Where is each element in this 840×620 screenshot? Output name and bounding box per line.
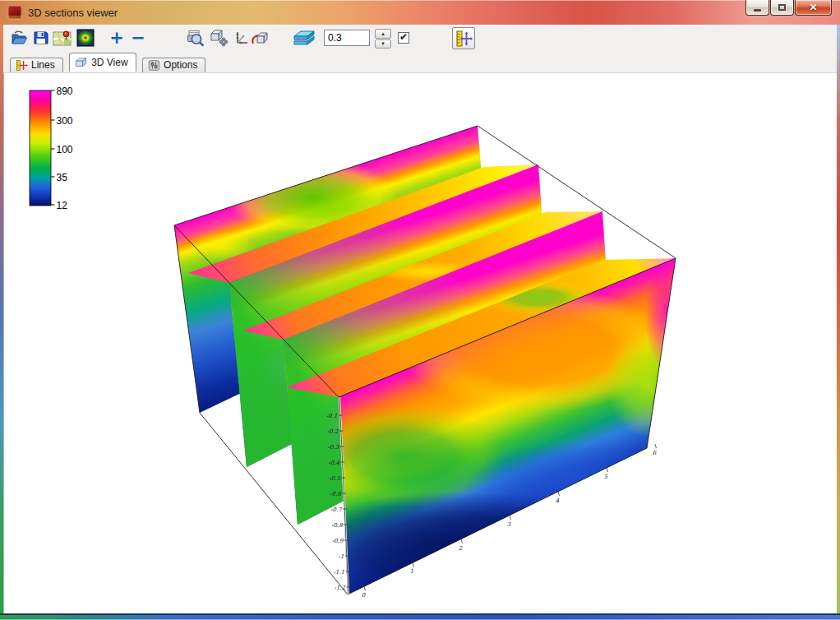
export-image-button[interactable]: [186, 28, 205, 48]
ruler-move-icon: [16, 59, 28, 72]
contour-map-button[interactable]: [76, 28, 95, 48]
distance-tick: [607, 468, 608, 472]
distance-tick: [510, 516, 511, 520]
depth-tick-label: -0.2: [327, 428, 339, 435]
distance-tick-label: 6: [653, 450, 657, 456]
window-title: 3D sections viewer: [28, 7, 118, 19]
spinner-down-icon: ▼: [381, 41, 385, 46]
slice-spinner: ▲ ▼: [375, 29, 391, 49]
close-icon: ✕: [809, 2, 817, 12]
tab-options[interactable]: Options: [142, 58, 205, 72]
maximize-button[interactable]: [770, 0, 794, 16]
scale-button[interactable]: [452, 27, 475, 49]
map-pin-icon: [53, 29, 72, 47]
depth-tick-label: -0.6: [330, 491, 341, 497]
tab-lines[interactable]: Lines: [10, 58, 63, 72]
minimize-button[interactable]: [745, 0, 769, 16]
print-preview-icon: [187, 29, 205, 47]
cube-gear-icon: [210, 29, 228, 47]
app-icon: [7, 5, 22, 20]
distance-tick-label: 3: [507, 521, 511, 528]
spinner-up-button[interactable]: ▲: [375, 29, 391, 39]
titlebar[interactable]: 3D sections viewer ✕: [0, 0, 840, 25]
fence-sections: [174, 126, 690, 607]
toolbar: + −: [3, 25, 837, 51]
contour-map-icon: [76, 29, 95, 47]
layers-icon: [293, 30, 316, 47]
tab-options-label: Options: [164, 59, 197, 71]
save-icon: [33, 30, 49, 46]
zoom-in-button[interactable]: +: [107, 28, 127, 48]
distance-tick-label: 2: [459, 545, 463, 552]
colorbar-tick-label: 35: [57, 172, 68, 183]
distance-tick-label: 5: [604, 474, 608, 480]
colorbar-tick-label: 100: [57, 144, 73, 155]
maximize-icon: [778, 4, 786, 11]
depth-tick-label: -1.2: [335, 585, 346, 591]
depth-tick-label: -0.1: [326, 413, 338, 419]
tab-lines-label: Lines: [31, 59, 55, 71]
colorbar-tick-label: 890: [57, 86, 73, 97]
color-scale: [30, 90, 51, 206]
depth-tick-label: -1: [339, 553, 344, 560]
close-button[interactable]: ✕: [795, 0, 832, 16]
cube-icon: [75, 57, 88, 69]
depth-tick-label: -1.1: [334, 569, 345, 576]
minimize-icon: [754, 9, 761, 12]
map-button[interactable]: [53, 28, 72, 48]
distance-tick: [364, 586, 366, 590]
save-button[interactable]: [31, 28, 51, 48]
distance-tick: [461, 539, 463, 544]
slice-checkbox[interactable]: ✔: [398, 32, 409, 44]
open-folder-icon: [11, 30, 29, 46]
scene-canvas: 8903001003512-0.1-0.2-0.3-0.4-0.5-0.6-0.…: [3, 72, 837, 613]
depth-tick-label: -0.5: [329, 475, 340, 482]
viewport-3d[interactable]: 8903001003512-0.1-0.2-0.3-0.4-0.5-0.6-0.…: [3, 72, 837, 613]
depth-tick-label: -0.3: [328, 444, 339, 451]
axes-icon: [234, 30, 249, 45]
distance-tick-label: 4: [556, 497, 560, 504]
minus-icon: −: [131, 30, 145, 47]
check-icon: ✔: [399, 32, 408, 42]
slice-button[interactable]: [293, 28, 316, 48]
spinner-down-button[interactable]: ▼: [375, 39, 391, 49]
window-border-right: [837, 25, 840, 613]
slice-value-input[interactable]: [324, 30, 370, 46]
colorbar-tick-label: 12: [57, 200, 68, 211]
distance-tick: [413, 562, 414, 567]
render-settings-button[interactable]: [209, 28, 228, 48]
window-border-bottom: [0, 613, 840, 620]
zoom-out-button[interactable]: −: [128, 28, 148, 48]
sliders-icon: [148, 59, 160, 72]
open-button[interactable]: [10, 28, 30, 48]
rotate-cube-icon: [251, 30, 269, 47]
plus-icon: +: [109, 30, 124, 47]
tab-bar: Lines 3D View Options: [3, 51, 837, 72]
axes-button[interactable]: [232, 28, 252, 48]
window-controls: ✕: [745, 0, 832, 16]
app-window: 3D sections viewer ✕: [0, 0, 840, 620]
tab-3d-view[interactable]: 3D View: [69, 53, 136, 72]
distance-tick-label: 0: [362, 592, 366, 599]
distance-tick: [655, 444, 657, 448]
depth-tick-label: -0.9: [332, 538, 344, 544]
colorbar-tick-label: 300: [57, 115, 73, 127]
distance-tick-label: 1: [410, 568, 413, 575]
rotate-view-button[interactable]: [250, 28, 270, 48]
depth-tick-label: -0.8: [331, 522, 343, 529]
spinner-up-icon: ▲: [381, 31, 385, 36]
ruler-move-icon: [455, 30, 473, 48]
depth-tick-label: -0.4: [329, 460, 340, 466]
distance-tick: [558, 492, 560, 496]
tab-3d-view-label: 3D View: [91, 57, 127, 68]
depth-tick-label: -0.7: [330, 507, 343, 513]
